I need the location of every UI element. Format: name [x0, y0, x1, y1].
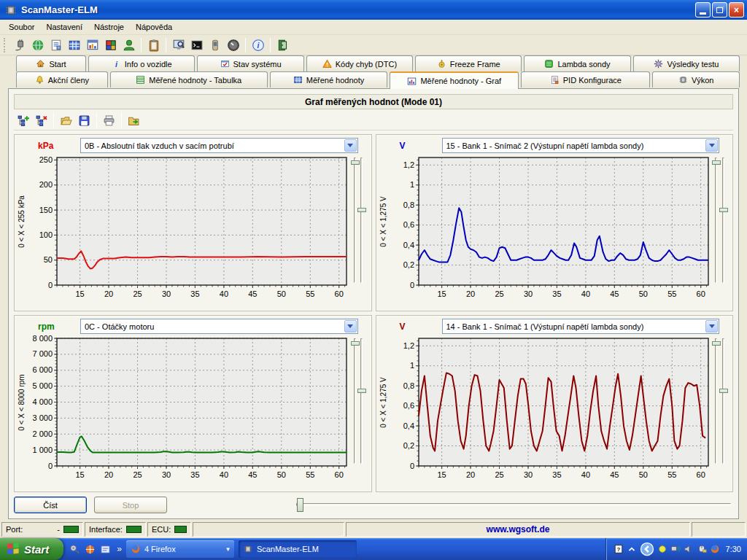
- tab-pid-config[interactable]: PID Konfigurace: [521, 71, 650, 88]
- tab-actuators[interactable]: Akční členy: [16, 71, 108, 88]
- window-title: ScanMaster-ELM: [21, 4, 694, 15]
- quick-launch-overflow-icon[interactable]: »: [117, 544, 122, 554]
- dropdown-arrow-icon[interactable]: [344, 139, 357, 152]
- add-channel-button[interactable]: [14, 112, 32, 129]
- minimize-button[interactable]: [695, 2, 711, 18]
- mouse-icon[interactable]: [697, 544, 707, 554]
- tab-values-graph[interactable]: Měřené hodnoty - Graf: [390, 71, 519, 89]
- tab-start[interactable]: Start: [16, 55, 86, 71]
- volume-icon[interactable]: [684, 544, 694, 554]
- read-button[interactable]: Číst: [14, 497, 87, 513]
- tab-system-status[interactable]: Stav systému: [197, 55, 303, 71]
- website-link[interactable]: www.wgsoft.de: [487, 524, 550, 534]
- chart-scale-slider-1[interactable]: [354, 158, 356, 283]
- export-button[interactable]: [125, 112, 143, 129]
- network-icon[interactable]: [670, 544, 681, 554]
- tab-lambda[interactable]: Lambda sondy: [524, 55, 630, 71]
- tab-dtc[interactable]: Kódy chyb (DTC): [306, 55, 413, 71]
- svg-text:25: 25: [133, 470, 142, 479]
- pid-selector[interactable]: 0B - Absloutní tlak vzduch v sacím potru…: [80, 138, 358, 153]
- menu-file[interactable]: Soubor: [3, 20, 40, 34]
- report-button[interactable]: [47, 36, 65, 54]
- ql-ball-icon[interactable]: [85, 544, 96, 555]
- tab-values-table[interactable]: Měřené hodnoty - Tabulka: [110, 71, 268, 88]
- chart-window-button[interactable]: [83, 36, 101, 54]
- help-icon[interactable]: ?: [614, 544, 624, 554]
- pid-selector[interactable]: 15 - Bank 1 - Snímač 2 (Výstupní napětí …: [442, 138, 720, 153]
- tab-performance[interactable]: Výkon: [652, 71, 740, 88]
- chart-canvas: 1520253035404550556001 0002 0003 0004 00…: [16, 335, 349, 481]
- exit-button[interactable]: [274, 36, 292, 54]
- gauge-icon: [227, 39, 240, 52]
- slider-thumb[interactable]: [357, 389, 366, 393]
- globe-button[interactable]: [28, 36, 47, 54]
- chart-scale-slider-1[interactable]: [715, 338, 717, 464]
- restore-button[interactable]: [712, 2, 727, 18]
- ql-window-icon[interactable]: [100, 544, 111, 555]
- open-button[interactable]: [57, 112, 75, 129]
- task-scanmaster[interactable]: ScanMaster-ELM: [239, 540, 357, 558]
- tab-actuators-label: Akční členy: [48, 76, 89, 85]
- slider-thumb[interactable]: [351, 160, 360, 165]
- svg-text:0,8: 0,8: [403, 381, 414, 390]
- task-group-arrow-icon[interactable]: ▾: [226, 545, 230, 553]
- task-firefox[interactable]: 4 Firefox▾: [126, 540, 234, 558]
- info-button[interactable]: i: [249, 36, 267, 54]
- svg-text:30: 30: [162, 289, 171, 298]
- gauge-button[interactable]: [224, 36, 242, 54]
- terminal-button[interactable]: [187, 36, 206, 54]
- menu-settings[interactable]: Nastavení: [40, 20, 88, 34]
- close-button[interactable]: ×: [729, 2, 744, 18]
- tab-test-results[interactable]: Výsledky testu: [633, 55, 740, 71]
- menu-tools[interactable]: Nástroje: [88, 20, 130, 34]
- dropdown-arrow-icon[interactable]: [705, 139, 718, 152]
- chart-scale-slider-2[interactable]: [722, 158, 724, 283]
- slider-thumb[interactable]: [712, 341, 721, 346]
- print-button[interactable]: [100, 112, 118, 129]
- slider-thumb[interactable]: [351, 341, 360, 346]
- pid-selector[interactable]: 14 - Bank 1 - Snímač 1 (Výstupní napětí …: [442, 319, 720, 334]
- svg-text:30: 30: [523, 470, 532, 479]
- slider-thumb[interactable]: [712, 160, 721, 165]
- slider-thumb[interactable]: [719, 389, 728, 393]
- firefox-icon[interactable]: [710, 544, 720, 554]
- save-button[interactable]: [75, 112, 93, 129]
- chart-scale-slider-1[interactable]: [715, 158, 717, 283]
- chart-scale-slider-2[interactable]: [360, 338, 363, 464]
- device-button[interactable]: [206, 36, 224, 54]
- dropdown-arrow-icon[interactable]: [344, 320, 357, 332]
- stop-button[interactable]: Stop: [94, 497, 167, 513]
- dropdown-arrow-icon[interactable]: [705, 320, 718, 332]
- user-button[interactable]: [120, 36, 138, 54]
- slider-thumb[interactable]: [719, 208, 728, 212]
- remove-channel-button[interactable]: [32, 112, 50, 129]
- tray-arrow-up-icon[interactable]: [627, 544, 637, 554]
- ql-key-icon[interactable]: [69, 544, 80, 555]
- connect-button[interactable]: [10, 36, 28, 54]
- clipboard-button[interactable]: [144, 36, 163, 54]
- table-button[interactable]: [65, 36, 83, 54]
- timeline-slider[interactable]: [296, 503, 731, 506]
- pid-selector[interactable]: 0C - Otáčky motoru: [80, 319, 358, 334]
- charts-grid: kPa0B - Absloutní tlak vzduch v sacím po…: [9, 131, 738, 492]
- tab-values[interactable]: Měřené hodnoty: [270, 71, 388, 88]
- quick-launch: [63, 544, 117, 555]
- window-colors-button[interactable]: [101, 36, 120, 54]
- taskbar: Start » 4 Firefox▾ScanMaster-ELM ?7:30: [0, 538, 747, 560]
- start-button[interactable]: Start: [0, 538, 63, 560]
- website-panel: www.wgsoft.de: [346, 522, 690, 537]
- chart-scale-slider-2[interactable]: [360, 158, 363, 283]
- timeline-slider-thumb[interactable]: [297, 498, 303, 512]
- chart-scale-slider-1[interactable]: [354, 338, 356, 464]
- freeze-frame-icon: [437, 59, 446, 69]
- hide-icons-icon[interactable]: [640, 542, 654, 556]
- slider-thumb[interactable]: [357, 208, 366, 212]
- toolbar-grip[interactable]: [4, 38, 7, 52]
- svg-text:0: 0: [48, 462, 53, 470]
- tray-misc-icon[interactable]: [657, 544, 667, 554]
- chart-scale-slider-2[interactable]: [722, 338, 724, 464]
- menu-help[interactable]: Nápověda: [130, 20, 178, 34]
- tab-vehicle-info[interactable]: iInfo o vozidle: [88, 55, 195, 71]
- screen-search-button[interactable]: [169, 36, 187, 54]
- tab-freeze-frame[interactable]: Freeze Frame: [415, 55, 522, 71]
